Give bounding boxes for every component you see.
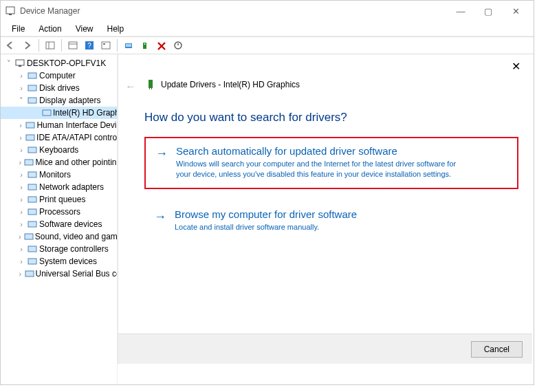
dialog-back-button[interactable]: ← <box>125 80 136 93</box>
svg-rect-33 <box>25 271 34 276</box>
expand-icon[interactable]: › <box>17 146 25 154</box>
expand-icon[interactable]: › <box>17 257 25 265</box>
tree-item[interactable]: ›Network adapters <box>1 181 117 193</box>
uninstall-device-button[interactable] <box>154 39 169 52</box>
update-driver-button[interactable] <box>138 39 153 52</box>
dialog-close-button[interactable]: ✕ <box>507 60 524 76</box>
category-icon <box>27 83 38 94</box>
svg-rect-11 <box>126 44 131 47</box>
window-title: Device Manager <box>20 6 80 16</box>
svg-rect-17 <box>28 73 36 78</box>
disable-device-button[interactable] <box>171 39 186 52</box>
expand-icon[interactable]: › <box>17 232 23 241</box>
refresh-button[interactable] <box>98 39 113 52</box>
expand-icon[interactable]: › <box>17 133 24 142</box>
tree-item[interactable]: ›System devices <box>1 255 117 268</box>
menubar: File Action View Help <box>1 21 534 36</box>
tree-item[interactable]: ˅Display adapters <box>1 94 117 107</box>
tree-item[interactable]: ›Storage controllers <box>1 243 117 255</box>
tree-item[interactable]: ›IDE ATA/ATAPI controllers <box>1 131 117 144</box>
expand-icon[interactable]: › <box>17 84 25 92</box>
option-browse-computer[interactable]: → Browse my computer for driver software… <box>144 202 518 241</box>
menu-action[interactable]: Action <box>32 23 68 35</box>
cancel-button[interactable]: Cancel <box>471 341 523 358</box>
category-icon <box>27 144 38 155</box>
svg-rect-1 <box>9 14 12 15</box>
option-title: Browse my computer for driver software <box>175 208 357 220</box>
expand-icon[interactable]: › <box>17 270 23 278</box>
expand-icon[interactable]: › <box>17 195 25 204</box>
option-search-automatically[interactable]: → Search automatically for updated drive… <box>144 137 518 189</box>
svg-rect-24 <box>25 160 33 165</box>
category-icon <box>27 95 38 106</box>
tree-item[interactable]: ›Computer <box>1 69 117 82</box>
update-drivers-dialog: ✕ ← Update Drivers - Intel(R) HD Graphic… <box>118 54 532 364</box>
menu-file[interactable]: File <box>5 23 32 35</box>
category-icon <box>27 182 38 193</box>
tree-item-selected[interactable]: Intel(R) HD Graphics <box>1 107 117 119</box>
svg-rect-28 <box>28 209 36 215</box>
scan-hardware-button[interactable] <box>121 39 136 52</box>
expand-icon[interactable]: › <box>17 72 25 80</box>
category-icon <box>27 256 38 267</box>
titlebar: Device Manager — ▢ ✕ <box>1 1 534 21</box>
svg-rect-34 <box>149 80 153 88</box>
tree-item[interactable]: ›Disk drives <box>1 82 117 94</box>
device-icon <box>42 107 52 118</box>
tree-item[interactable]: ›Monitors <box>1 168 117 181</box>
svg-rect-15 <box>16 60 24 65</box>
svg-text:?: ? <box>87 42 91 50</box>
expand-icon[interactable]: › <box>17 121 24 129</box>
expand-icon[interactable]: › <box>17 183 25 191</box>
expand-icon[interactable]: › <box>17 158 23 166</box>
option-title: Search automatically for updated driver … <box>176 145 472 157</box>
svg-rect-30 <box>25 234 33 239</box>
help-button[interactable]: ? <box>82 39 97 52</box>
menu-view[interactable]: View <box>69 23 100 35</box>
expand-icon[interactable]: ˅ <box>17 96 25 105</box>
tree-item[interactable]: ›Mice and other pointing devices <box>1 156 117 168</box>
show-hide-tree-button[interactable] <box>43 39 58 52</box>
svg-rect-2 <box>46 42 54 49</box>
expand-icon[interactable]: › <box>17 220 25 228</box>
svg-rect-26 <box>28 184 36 190</box>
properties-button[interactable] <box>65 39 80 52</box>
category-icon <box>27 206 38 217</box>
svg-rect-35 <box>149 88 150 89</box>
category-icon <box>27 169 38 180</box>
svg-rect-0 <box>6 7 14 14</box>
nav-back-button[interactable] <box>3 39 19 52</box>
category-icon <box>25 132 35 143</box>
device-tree[interactable]: ˅ DESKTOP-OPLFV1K ›Computer›Disk drives˅… <box>1 54 118 384</box>
expand-icon[interactable]: › <box>17 245 25 253</box>
close-button[interactable]: ✕ <box>502 1 529 21</box>
category-icon <box>25 268 34 279</box>
nav-forward-button[interactable] <box>20 39 35 52</box>
svg-rect-36 <box>151 88 152 89</box>
tree-item[interactable]: ›Processors <box>1 206 117 218</box>
app-icon <box>5 6 16 17</box>
svg-rect-27 <box>28 197 36 202</box>
tree-item[interactable]: ›Universal Serial Bus controllers <box>1 268 117 280</box>
dialog-footer: Cancel <box>118 334 532 364</box>
tree-root[interactable]: ˅ DESKTOP-OPLFV1K <box>1 57 117 69</box>
maximize-button[interactable]: ▢ <box>474 1 502 21</box>
dialog-question: How do you want to search for drivers? <box>118 90 532 137</box>
device-icon <box>146 79 155 90</box>
arrow-icon: → <box>155 145 168 179</box>
tree-item[interactable]: ›Software devices <box>1 218 117 230</box>
expand-icon[interactable]: › <box>17 208 25 216</box>
minimize-button[interactable]: — <box>447 1 474 21</box>
expand-icon[interactable]: › <box>17 171 25 179</box>
tree-item[interactable]: ›Print queues <box>1 193 117 206</box>
tree-item[interactable]: ›Sound, video and game controllers <box>1 230 117 243</box>
svg-rect-21 <box>26 122 34 128</box>
category-icon <box>27 70 38 81</box>
svg-rect-23 <box>28 147 36 153</box>
menu-help[interactable]: Help <box>100 23 131 35</box>
option-desc: Windows will search your computer and th… <box>176 159 472 179</box>
svg-rect-25 <box>28 172 36 177</box>
tree-item[interactable]: ›Keyboards <box>1 144 117 156</box>
tree-item[interactable]: ›Human Interface Devices <box>1 119 117 131</box>
collapse-icon[interactable]: ˅ <box>5 59 13 68</box>
